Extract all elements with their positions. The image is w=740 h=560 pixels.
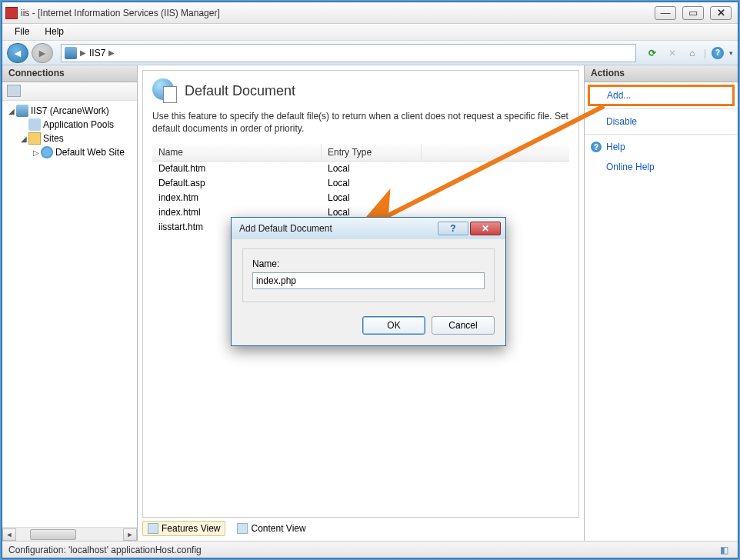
- menubar: File Help: [2, 24, 738, 41]
- doclist-name-cell: Default.htm: [152, 162, 322, 176]
- doclist-header: Name Entry Type: [152, 144, 569, 162]
- doclist-type-cell: Local: [322, 162, 422, 176]
- connections-tree: ◢ IIS7 (Arcane\Work) Application Pools ◢…: [2, 101, 137, 527]
- doclist-name-cell: Default.asp: [152, 176, 322, 191]
- dialog-title: Add Default Document: [239, 223, 438, 234]
- hscrollbar[interactable]: ◄ ►: [2, 527, 137, 541]
- chevron-right-icon: ▶: [108, 48, 115, 57]
- status-config: Configuration: 'localhost' applicationHo…: [8, 545, 202, 555]
- doclist-type-cell: Local: [322, 176, 422, 191]
- tree-app-pools-node[interactable]: Application Pools: [4, 118, 135, 132]
- menu-file[interactable]: File: [7, 24, 37, 40]
- breadcrumb[interactable]: ▶ IIS7 ▶: [61, 44, 636, 62]
- tree-server-node[interactable]: ◢ IIS7 (Arcane\Work): [4, 104, 135, 118]
- content-view-button[interactable]: Content View: [232, 521, 311, 536]
- scroll-right-button[interactable]: ►: [123, 528, 137, 541]
- connections-header: Connections: [2, 65, 137, 82]
- window-controls: — ▭ ✕: [655, 6, 732, 20]
- connections-panel: Connections ◢ IIS7 (Arcane\Work) Applica…: [2, 65, 138, 541]
- actions-panel: Actions Add... Disable ? Help Online Hel…: [584, 65, 738, 541]
- divider: [585, 108, 738, 109]
- folder-icon: [28, 132, 41, 145]
- nav-back-button[interactable]: ◄: [7, 43, 28, 63]
- feature-title-row: Default Document: [152, 78, 569, 103]
- action-add[interactable]: Add...: [588, 85, 735, 106]
- dialog-help-button[interactable]: ?: [438, 222, 468, 235]
- action-add-label: Add...: [607, 90, 631, 101]
- globe-icon: [41, 146, 53, 158]
- statusbar: Configuration: 'localhost' applicationHo…: [2, 541, 738, 558]
- default-document-icon: [152, 78, 177, 103]
- titlebar: iis - [Internet Information Services (II…: [2, 2, 738, 24]
- menu-help[interactable]: Help: [37, 24, 72, 40]
- name-label: Name:: [252, 258, 485, 269]
- tree-app-pools-label: Application Pools: [43, 119, 114, 130]
- navbar: ◄ ► ▶ IIS7 ▶ ⟳ ✕ ⌂ | ? ▾: [2, 41, 738, 65]
- cancel-button[interactable]: Cancel: [432, 316, 495, 335]
- tree-default-site-label: Default Web Site: [55, 147, 125, 158]
- action-help-label: Help: [606, 142, 625, 152]
- app-pool-icon: [28, 118, 41, 131]
- home-button[interactable]: ⌂: [684, 45, 701, 62]
- status-config-button[interactable]: ◧: [716, 543, 732, 557]
- add-default-document-dialog: Add Default Document ? ✕ Name: OK Cancel: [231, 217, 506, 346]
- tree-sites-node[interactable]: ◢ Sites: [4, 132, 135, 145]
- breadcrumb-node: IIS7: [89, 48, 105, 58]
- action-disable-label: Disable: [606, 116, 637, 127]
- close-button[interactable]: ✕: [710, 6, 732, 20]
- divider: [585, 134, 738, 135]
- actions-header: Actions: [585, 65, 738, 82]
- features-view-icon: [148, 523, 158, 534]
- help-icon: ?: [591, 142, 602, 152]
- doclist-row[interactable]: index.htmLocal: [152, 191, 569, 205]
- nav-forward-button[interactable]: ►: [32, 43, 53, 63]
- ok-button[interactable]: OK: [362, 316, 425, 335]
- tree-default-site-node[interactable]: ▷ Default Web Site: [4, 145, 135, 159]
- views-strip: Features View Content View: [142, 519, 579, 538]
- window-title: iis - [Internet Information Services (II…: [21, 8, 655, 18]
- action-help[interactable]: ? Help: [585, 137, 738, 157]
- minimize-button[interactable]: —: [655, 6, 676, 20]
- refresh-button[interactable]: ⟳: [644, 45, 661, 62]
- doclist-type-cell: Local: [322, 191, 422, 205]
- doclist-name-cell: index.htm: [152, 191, 322, 205]
- features-view-label: Features View: [162, 523, 220, 534]
- actions-body: Add... Disable ? Help Online Help: [585, 82, 738, 177]
- help-button[interactable]: ?: [709, 45, 726, 62]
- dialog-titlebar: Add Default Document ? ✕: [232, 218, 505, 239]
- connections-toolbar: [2, 82, 137, 101]
- doclist-row[interactable]: Default.aspLocal: [152, 176, 569, 191]
- action-online-help[interactable]: Online Help: [585, 157, 738, 177]
- stop-button[interactable]: ✕: [664, 45, 681, 62]
- maximize-button[interactable]: ▭: [682, 6, 704, 20]
- action-online-help-label: Online Help: [606, 162, 655, 172]
- server-icon: [65, 47, 77, 59]
- content-view-label: Content View: [251, 523, 305, 534]
- collapse-icon[interactable]: ◢: [19, 135, 28, 143]
- tree-server-label: IIS7 (Arcane\Work): [31, 105, 109, 116]
- tree-sites-label: Sites: [43, 133, 64, 144]
- expand-icon[interactable]: ▷: [32, 148, 41, 157]
- connect-icon[interactable]: [7, 85, 21, 97]
- scroll-thumb[interactable]: [30, 529, 76, 540]
- dialog-close-button[interactable]: ✕: [470, 222, 501, 235]
- col-name-header[interactable]: Name: [152, 144, 322, 161]
- app-icon: [5, 7, 18, 19]
- collapse-icon[interactable]: ◢: [7, 107, 16, 115]
- col-type-header[interactable]: Entry Type: [322, 144, 422, 161]
- server-icon: [16, 105, 28, 117]
- content-view-icon: [237, 523, 248, 534]
- dialog-body: Name: OK Cancel: [232, 239, 505, 345]
- chevron-right-icon: ▶: [80, 48, 86, 57]
- feature-title: Default Document: [185, 83, 295, 99]
- features-view-button[interactable]: Features View: [142, 521, 225, 536]
- name-input[interactable]: [252, 272, 485, 289]
- nav-right-controls: ⟳ ✕ ⌂ | ? ▾: [644, 45, 733, 62]
- feature-description: Use this feature to specify the default …: [152, 111, 569, 135]
- scroll-left-button[interactable]: ◄: [2, 528, 16, 541]
- doclist-row[interactable]: Default.htmLocal: [152, 162, 569, 176]
- action-disable[interactable]: Disable: [585, 112, 738, 132]
